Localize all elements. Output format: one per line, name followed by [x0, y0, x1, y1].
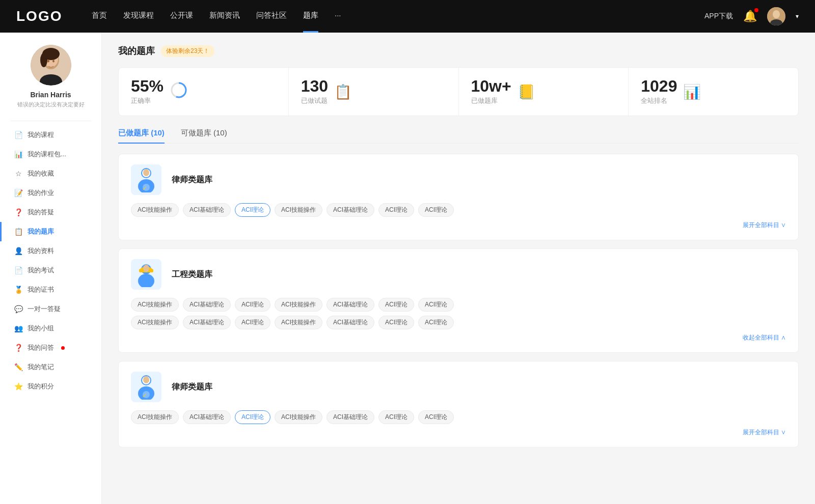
tag-0-3[interactable]: ACI技能操作: [275, 203, 322, 217]
tag-1-1[interactable]: ACI基础理论: [183, 298, 231, 312]
logo[interactable]: LOGO: [16, 8, 67, 24]
svg-point-8: [47, 60, 49, 63]
sidebar-item-3[interactable]: 📝我的作业: [0, 183, 101, 203]
tag-2-1[interactable]: ACI基础理论: [183, 410, 231, 424]
tag-2-4[interactable]: ACI基础理论: [327, 410, 374, 424]
tab-1[interactable]: 可做题库 (10): [181, 128, 227, 143]
tag-2-2[interactable]: ACI理论: [235, 410, 270, 424]
sidebar-avatar-image: [31, 45, 71, 86]
nav-right: APP下载 🔔 ▾: [704, 7, 799, 25]
nav-link-0[interactable]: 首页: [92, 11, 107, 22]
sidebar-item-7[interactable]: 📄我的考试: [0, 261, 101, 280]
sidebar-item-6[interactable]: 👤我的资料: [0, 241, 101, 261]
bank-card-2: ✓ 律师类题库 ACI技能操作ACI基础理论ACI理论ACI技能操作ACI基础理…: [118, 361, 799, 447]
menu-label-9: 一对一答疑: [28, 304, 61, 314]
nav-link-1[interactable]: 发现课程: [123, 11, 154, 22]
sidebar-item-12[interactable]: ✏️我的笔记: [0, 357, 101, 377]
tag2-1-0[interactable]: ACI技能操作: [131, 316, 179, 329]
tag2-1-1[interactable]: ACI基础理论: [183, 316, 231, 329]
tag-1-6[interactable]: ACI理论: [418, 298, 454, 312]
nav-link-2[interactable]: 公开课: [170, 11, 193, 22]
svg-point-9: [52, 60, 55, 63]
user-profile: Brian Harris 错误的决定比没有决定要好: [17, 45, 85, 108]
sidebar-item-0[interactable]: 📄我的课程: [0, 125, 101, 145]
stat-label-2: 已做题库: [471, 96, 511, 105]
tag-2-3[interactable]: ACI技能操作: [275, 410, 322, 424]
svg-point-7: [40, 53, 47, 67]
sidebar-item-10[interactable]: 👥我的小组: [0, 319, 101, 338]
tag2-1-3[interactable]: ACI技能操作: [275, 316, 322, 329]
app-download-link[interactable]: APP下载: [704, 12, 733, 21]
bank-tags-row-0: ACI技能操作ACI基础理论ACI理论ACI技能操作ACI基础理论ACI理论AC…: [131, 203, 786, 217]
bank-tags-row-2: ACI技能操作ACI基础理论ACI理论ACI技能操作ACI基础理论ACI理论AC…: [131, 410, 786, 424]
tag2-1-5[interactable]: ACI理论: [378, 316, 414, 329]
bank-icon-2: ✓: [131, 372, 161, 402]
sidebar-item-2[interactable]: ☆我的收藏: [0, 164, 101, 183]
menu-icon-2: ☆: [14, 170, 22, 178]
menu-label-8: 我的证书: [28, 285, 54, 294]
svg-point-22: [143, 265, 149, 272]
nav-link-6[interactable]: ···: [335, 11, 341, 22]
nav-link-4[interactable]: 问答社区: [256, 11, 287, 22]
tag-0-4[interactable]: ACI基础理论: [327, 203, 374, 217]
menu-icon-1: 📊: [14, 150, 22, 158]
menu-label-7: 我的考试: [28, 266, 54, 275]
stat-card-3: 1029 全站排名 📊: [629, 68, 798, 116]
menu-icon-0: 📄: [14, 131, 22, 139]
stat-value-3: 1029: [641, 78, 677, 94]
menu-label-2: 我的收藏: [28, 169, 54, 178]
stat-card-2: 10w+ 已做题库 📒: [459, 68, 629, 116]
menu-dot-11: [61, 346, 65, 350]
nav-link-3[interactable]: 新闻资讯: [209, 11, 240, 22]
tag-1-0[interactable]: ACI技能操作: [131, 298, 179, 312]
tag2-1-2[interactable]: ACI理论: [235, 316, 270, 329]
bank-card-1: 工程类题库 ACI技能操作ACI基础理论ACI理论ACI技能操作ACI基础理论A…: [118, 248, 799, 353]
tag-2-0[interactable]: ACI技能操作: [131, 410, 179, 424]
tag-0-6[interactable]: ACI理论: [418, 203, 454, 217]
stat-icon-1: 📋: [334, 83, 352, 100]
sidebar-item-1[interactable]: 📊我的课程包...: [0, 145, 101, 164]
sidebar-item-5[interactable]: 📋我的题库: [0, 222, 101, 241]
menu-label-10: 我的小组: [28, 324, 54, 333]
bank-expand-1[interactable]: 收起全部科目 ∧: [131, 333, 786, 342]
sidebar-item-13[interactable]: ⭐我的积分: [0, 377, 101, 396]
user-motto: 错误的决定比没有决定要好: [17, 101, 85, 108]
menu-label-0: 我的课程: [28, 130, 54, 139]
sidebar-avatar: [31, 45, 71, 86]
stat-icon-0: [170, 81, 188, 103]
tag-1-5[interactable]: ACI理论: [378, 298, 414, 312]
bank-header-0: ✓ 律师类题库: [131, 164, 786, 195]
menu-icon-8: 🏅: [14, 286, 22, 294]
tag2-1-4[interactable]: ACI基础理论: [327, 316, 374, 329]
sidebar-item-8[interactable]: 🏅我的证书: [0, 280, 101, 299]
trial-badge: 体验剩余23天！: [161, 45, 214, 57]
nav-link-5[interactable]: 题库: [303, 11, 318, 22]
bank-expand-2[interactable]: 展开全部科目 ∨: [131, 428, 786, 437]
bank-expand-0[interactable]: 展开全部科目 ∨: [131, 221, 786, 230]
menu-label-3: 我的作业: [28, 188, 54, 198]
nav-links: 首页发现课程公开课新闻资讯问答社区题库···: [92, 11, 704, 22]
bank-card-0: ✓ 律师类题库 ACI技能操作ACI基础理论ACI理论ACI技能操作ACI基础理…: [118, 154, 799, 240]
tag-2-6[interactable]: ACI理论: [418, 410, 454, 424]
notification-badge: [754, 8, 758, 12]
tag2-1-6[interactable]: ACI理论: [418, 316, 454, 329]
tag-0-2[interactable]: ACI理论: [235, 203, 270, 217]
tab-0[interactable]: 已做题库 (10): [118, 128, 165, 143]
tag-0-1[interactable]: ACI基础理论: [183, 203, 231, 217]
tag-1-2[interactable]: ACI理论: [235, 298, 270, 312]
tag-0-0[interactable]: ACI技能操作: [131, 203, 179, 217]
user-avatar[interactable]: [767, 7, 785, 25]
tag-1-3[interactable]: ACI技能操作: [275, 298, 322, 312]
svg-point-16: [143, 169, 149, 176]
tag-1-4[interactable]: ACI基础理论: [327, 298, 374, 312]
menu-label-12: 我的笔记: [28, 362, 54, 372]
sidebar-item-4[interactable]: ❓我的答疑: [0, 203, 101, 222]
sidebar-item-11[interactable]: ❓我的问答: [0, 338, 101, 357]
user-menu-arrow[interactable]: ▾: [796, 13, 799, 20]
sidebar-item-9[interactable]: 💬一对一答疑: [0, 299, 101, 319]
tag-0-5[interactable]: ACI理论: [378, 203, 414, 217]
tag-2-5[interactable]: ACI理论: [378, 410, 414, 424]
svg-point-21: [138, 274, 154, 287]
sidebar: Brian Harris 错误的决定比没有决定要好 📄我的课程📊我的课程包...…: [0, 33, 102, 504]
notification-bell[interactable]: 🔔: [743, 10, 757, 23]
